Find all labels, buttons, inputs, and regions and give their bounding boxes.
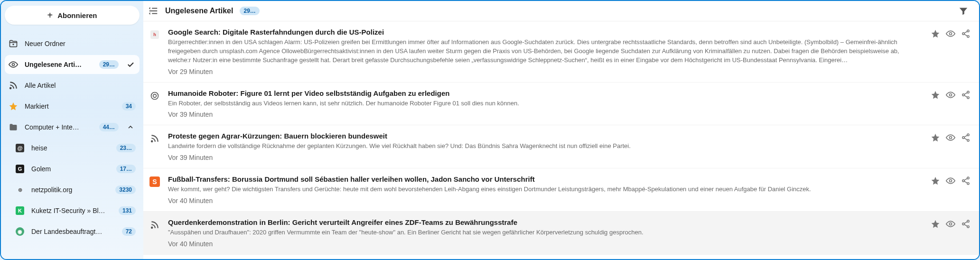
article-actions (931, 218, 971, 248)
article-favicon-ring (149, 90, 160, 102)
sidebar-feed-netzpolitik[interactable]: ⊕ netzpolitik.org 3230 (5, 180, 140, 199)
eye-icon[interactable] (946, 176, 955, 187)
article-excerpt: "Ausspähen und Draufhauen": 2020 griffen… (168, 228, 923, 237)
sidebar-folder-computer[interactable]: Computer + Inte… 44… (5, 118, 140, 137)
article-excerpt: Wer kommt, wer geht? Die wichtigsten Tra… (168, 185, 923, 194)
article-title: Humanoide Roboter: Figure 01 lernt per V… (168, 89, 923, 97)
article-row[interactable]: S Fußball-Transfers: Borussia Dortmund s… (143, 168, 979, 212)
sidebar-feed-heise[interactable]: @ heise 23… (5, 139, 140, 158)
sidebar-item-label: heise (31, 144, 110, 152)
feed-count-badge: 3230 (115, 186, 136, 194)
svg-point-13 (950, 137, 952, 139)
eye-icon[interactable] (946, 90, 955, 101)
svg-point-22 (950, 223, 952, 225)
article-time: Vor 40 Minuten (168, 197, 923, 204)
eye-icon (9, 60, 18, 69)
article-excerpt: Landwirte fordern die vollständige Rückn… (168, 142, 923, 151)
article-row[interactable]: h Google Search: Digitale Rasterfahndung… (143, 21, 979, 83)
article-row[interactable]: Humanoide Roboter: Figure 01 lernt per V… (143, 83, 979, 126)
feed-count-badge: 72 (122, 227, 136, 236)
folder-count-badge: 44… (99, 123, 119, 131)
article-body: Fußball-Transfers: Borussia Dortmund sol… (168, 175, 923, 204)
svg-point-1 (10, 88, 11, 89)
article-body: Proteste gegen Agrar-Kürzungen: Bauern b… (168, 132, 923, 161)
topbar: Ungelesene Artikel 29… (143, 1, 979, 21)
article-body: Querdenkerdemonstration in Berlin: Geric… (168, 218, 923, 248)
svg-point-8 (950, 93, 952, 96)
article-favicon-heise: h (149, 29, 160, 40)
feed-favicon-golem: G (15, 164, 25, 174)
article-favicon-spiegel: S (149, 176, 160, 187)
svg-point-6 (151, 92, 159, 99)
article-title: Fußball-Transfers: Borussia Dortmund sol… (168, 175, 923, 183)
sidebar-feed-kuketz[interactable]: K Kuketz IT-Security » Bl… 131 (5, 201, 140, 220)
share-icon[interactable] (961, 176, 971, 187)
feed-favicon-netzpolitik: ⊕ (15, 185, 25, 195)
eye-icon[interactable] (946, 133, 955, 144)
article-favicon-rss (149, 219, 160, 231)
sidebar: + Abonnieren Neuer Ordner Ungelesene Art… (1, 1, 143, 259)
check-icon (125, 60, 136, 69)
article-favicon-rss (149, 133, 160, 144)
page-title: Ungelesene Artikel (165, 7, 233, 15)
sidebar-item-label: Alle Artikel (25, 82, 136, 89)
sidebar-item-all[interactable]: Alle Artikel (5, 76, 140, 95)
article-row[interactable]: Anzeige: Portable Monitor von Arzopa 94 … (143, 255, 979, 259)
share-icon[interactable] (961, 219, 971, 230)
eye-icon[interactable] (946, 29, 955, 40)
feed-count-badge: 23… (116, 144, 136, 152)
article-time: Vor 39 Minuten (168, 111, 923, 118)
article-time: Vor 29 Minuten (168, 68, 923, 75)
collapse-list-icon[interactable] (148, 6, 159, 16)
filter-icon[interactable] (958, 6, 969, 16)
article-actions (931, 175, 971, 204)
star-icon[interactable] (931, 133, 940, 144)
svg-point-2 (950, 33, 952, 35)
sidebar-feed-golem[interactable]: G Golem 17… (5, 159, 140, 178)
article-actions (931, 89, 971, 119)
app-root: + Abonnieren Neuer Ordner Ungelesene Art… (0, 0, 980, 260)
share-icon[interactable] (961, 90, 971, 101)
sidebar-item-label: Ungelesene Arti… (25, 61, 93, 68)
article-body: Humanoide Roboter: Figure 01 lernt per V… (168, 89, 923, 119)
sidebar-item-new-folder[interactable]: Neuer Ordner (5, 34, 140, 53)
sidebar-item-label: Neuer Ordner (25, 40, 136, 47)
folder-plus-icon (9, 39, 18, 48)
eye-icon[interactable] (946, 219, 955, 230)
star-icon[interactable] (931, 90, 940, 101)
starred-count-badge: 34 (122, 102, 136, 111)
article-list[interactable]: h Google Search: Digitale Rasterfahndung… (143, 21, 979, 259)
share-icon[interactable] (961, 29, 971, 40)
sidebar-item-starred[interactable]: Markiert 34 (5, 97, 140, 116)
svg-point-12 (151, 141, 153, 142)
article-title: Proteste gegen Agrar-Kürzungen: Bauern b… (168, 132, 923, 140)
sidebar-item-label: Golem (31, 165, 110, 173)
article-row[interactable]: Proteste gegen Agrar-Kürzungen: Bauern b… (143, 125, 979, 168)
plus-icon: + (47, 10, 53, 20)
svg-point-21 (151, 227, 153, 229)
sidebar-item-unread[interactable]: Ungelesene Arti… 29… (5, 55, 140, 74)
sidebar-feed-lfdi[interactable]: ◉ Der Landesbeauftragt… 72 (5, 222, 140, 241)
rss-icon (9, 81, 18, 90)
article-actions (931, 132, 971, 161)
star-icon[interactable] (931, 29, 940, 40)
unread-count-badge: 29… (99, 60, 119, 69)
subscribe-button[interactable]: + Abonnieren (5, 6, 140, 25)
svg-point-7 (153, 94, 157, 97)
feed-count-badge: 131 (119, 206, 136, 215)
folder-icon (9, 122, 18, 132)
chevron-up-icon[interactable] (125, 123, 136, 131)
share-icon[interactable] (961, 133, 971, 144)
star-icon[interactable] (931, 176, 940, 187)
svg-point-0 (12, 64, 15, 66)
article-excerpt: Ein Roboter, der selbstständig aus Video… (168, 99, 923, 108)
sidebar-item-label: Der Landesbeauftragt… (31, 228, 115, 235)
article-excerpt: Bürgerrechtler:innen in den USA schlagen… (168, 38, 923, 65)
article-time: Vor 39 Minuten (168, 154, 923, 161)
article-row[interactable]: Querdenkerdemonstration in Berlin: Geric… (143, 212, 979, 255)
star-icon[interactable] (931, 219, 940, 230)
topbar-count-badge: 29… (240, 7, 259, 15)
main-pane: Ungelesene Artikel 29… h Google Search: … (143, 1, 979, 259)
sidebar-item-label: netzpolitik.org (31, 186, 109, 194)
svg-point-17 (950, 180, 952, 182)
